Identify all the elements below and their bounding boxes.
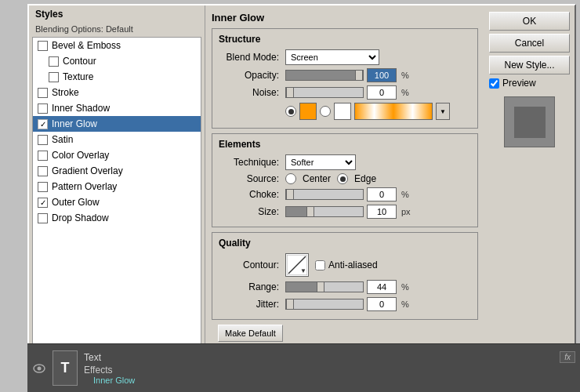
opacity-slider[interactable] — [285, 70, 364, 81]
inner-glow-entry: Inner Glow — [84, 376, 575, 385]
size-slider[interactable] — [285, 206, 364, 217]
layer-item-pattern-overlay[interactable]: Pattern Overlay — [33, 179, 201, 194]
checkbox-texture[interactable] — [49, 72, 59, 82]
jitter-slider[interactable] — [285, 299, 364, 310]
layer-item-label-stroke: Stroke — [52, 87, 79, 98]
choke-row: Choke: % — [219, 187, 471, 201]
size-input[interactable] — [367, 205, 397, 219]
layer-item-label-contour: Contour — [63, 56, 96, 67]
svg-point-3 — [38, 366, 42, 370]
gradient-arrow[interactable]: ▼ — [436, 103, 450, 120]
new-style-button[interactable]: New Style... — [489, 56, 570, 74]
checkbox-satin[interactable] — [38, 135, 48, 145]
noise-slider[interactable] — [285, 87, 364, 98]
blend-mode-row: Blend Mode: Screen Normal Multiply Overl… — [219, 49, 471, 65]
noise-input[interactable] — [367, 85, 397, 100]
preview-checkbox[interactable] — [489, 78, 499, 89]
checkbox-pattern-overlay[interactable] — [38, 182, 48, 192]
choke-label: Choke: — [219, 189, 285, 200]
checkbox-color-overlay[interactable] — [38, 151, 48, 161]
range-slider[interactable] — [285, 281, 364, 292]
checkbox-drop-shadow[interactable] — [38, 213, 48, 223]
layer-item-outer-glow[interactable]: ✓Outer Glow — [33, 194, 201, 210]
color-swatch-white[interactable] — [334, 103, 351, 120]
make-default-button[interactable]: Make Default — [218, 325, 283, 342]
blending-options-label: Blending Options: Default — [29, 23, 205, 37]
size-unit: px — [401, 207, 411, 216]
layer-item-inner-shadow[interactable]: Inner Shadow — [33, 100, 201, 116]
app-background: Styles Blending Options: Default Bevel &… — [0, 0, 580, 392]
opacity-slider-container: % — [285, 68, 409, 82]
opacity-unit: % — [401, 71, 409, 80]
checkbox-inner-shadow[interactable] — [38, 103, 48, 114]
ok-button[interactable]: OK — [489, 12, 570, 31]
text-layer-icon[interactable]: T — [53, 350, 78, 386]
bottom-taskbar: T Text fx Effects Inner Glow — [27, 343, 580, 392]
section-title: Inner Glow — [212, 12, 478, 24]
gradient-radio[interactable] — [320, 106, 331, 117]
cancel-button[interactable]: Cancel — [489, 34, 570, 53]
quality-title: Quality — [219, 238, 471, 249]
range-input[interactable] — [367, 280, 397, 294]
layer-item-inner-glow[interactable]: ✓Inner Glow — [33, 116, 201, 132]
edge-radio[interactable] — [337, 173, 348, 184]
size-row: Size: px — [219, 205, 471, 219]
jitter-row: Jitter: % — [219, 297, 471, 311]
noise-slider-container: % — [285, 85, 409, 100]
choke-slider-container: % — [285, 187, 409, 201]
opacity-input[interactable] — [367, 68, 397, 82]
noise-row: Noise: % — [219, 85, 471, 100]
checkbox-bevel[interactable] — [38, 41, 48, 51]
dialog-inner: Styles Blending Options: Default Bevel &… — [29, 5, 575, 363]
center-radio[interactable] — [285, 173, 296, 184]
anti-aliased-checkbox[interactable] — [315, 260, 325, 270]
layer-item-label-color-overlay: Color Overlay — [52, 150, 109, 161]
source-label: Source: — [219, 173, 285, 184]
layer-item-label-pattern-overlay: Pattern Overlay — [52, 181, 117, 192]
jitter-unit: % — [401, 299, 409, 309]
checkbox-contour[interactable] — [49, 56, 59, 67]
checkbox-gradient-overlay[interactable] — [38, 166, 48, 176]
source-row: Source: Center Edge — [219, 173, 471, 184]
contour-controls: ▼ Anti-aliased — [285, 253, 378, 277]
right-panel: OK Cancel New Style... Preview — [484, 5, 575, 363]
layer-item-contour[interactable]: Contour — [33, 53, 201, 69]
checkbox-outer-glow[interactable]: ✓ — [38, 198, 48, 208]
jitter-input[interactable] — [367, 297, 397, 311]
layer-item-label-inner-shadow: Inner Shadow — [52, 103, 110, 114]
gradient-swatch[interactable] — [354, 103, 433, 120]
color-swatch-orange[interactable] — [299, 103, 317, 120]
layer-name-row: Text fx — [84, 351, 575, 363]
fx-badge[interactable]: fx — [560, 351, 575, 363]
blend-mode-select[interactable]: Screen Normal Multiply Overlay — [285, 49, 379, 65]
checkbox-inner-glow[interactable]: ✓ — [38, 119, 48, 129]
eye-icon-button[interactable] — [27, 344, 51, 392]
layer-list: Bevel & EmbossContourTextureStrokeInner … — [32, 37, 201, 360]
range-label: Range: — [219, 281, 285, 292]
layer-item-texture[interactable]: Texture — [33, 69, 201, 85]
solid-color-radio[interactable] — [285, 106, 296, 117]
layer-name: Text — [84, 352, 101, 363]
layer-style-dialog: Styles Blending Options: Default Bevel &… — [27, 4, 576, 365]
elements-group: Elements Technique: Softer Precise Sourc… — [212, 133, 478, 227]
layer-item-drop-shadow[interactable]: Drop Shadow — [33, 210, 201, 226]
technique-row: Technique: Softer Precise — [219, 154, 471, 170]
layer-item-gradient-overlay[interactable]: Gradient Overlay — [33, 163, 201, 179]
layer-item-bevel[interactable]: Bevel & Emboss — [33, 38, 201, 53]
color-row: ▼ — [285, 103, 450, 120]
elements-title: Elements — [219, 139, 471, 150]
range-row: Range: % — [219, 280, 471, 294]
edge-label: Edge — [354, 173, 376, 184]
anti-aliased-label[interactable]: Anti-aliased — [315, 260, 378, 270]
effects-label: Effects — [84, 365, 575, 376]
layer-item-satin[interactable]: Satin — [33, 132, 201, 147]
layer-item-color-overlay[interactable]: Color Overlay — [33, 147, 201, 163]
structure-title: Structure — [219, 34, 471, 45]
checkbox-stroke[interactable] — [38, 88, 48, 98]
choke-slider[interactable] — [285, 189, 364, 200]
technique-select[interactable]: Softer Precise — [285, 154, 356, 170]
preview-checkbox-row: Preview — [489, 78, 570, 89]
contour-swatch[interactable]: ▼ — [285, 253, 309, 277]
choke-input[interactable] — [367, 187, 397, 201]
layer-item-stroke[interactable]: Stroke — [33, 85, 201, 100]
